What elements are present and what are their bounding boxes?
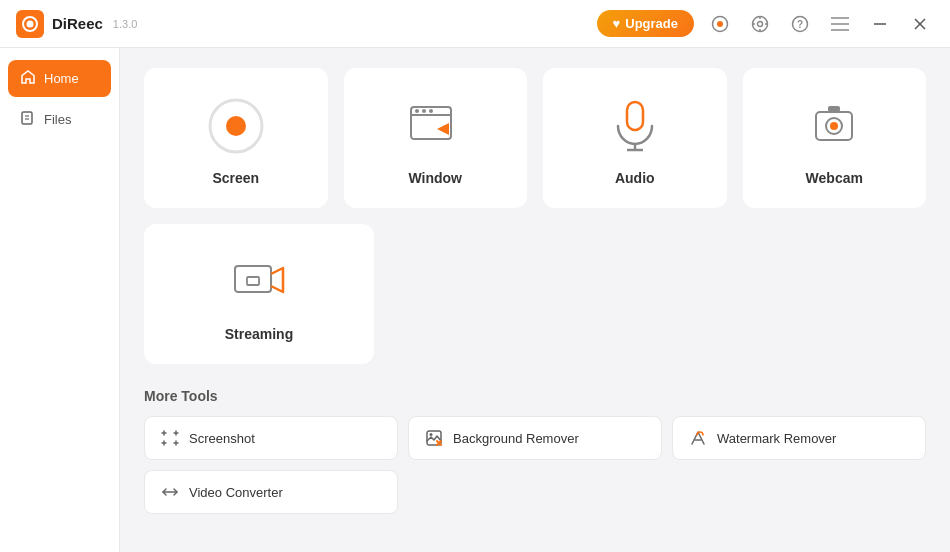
- audio-icon: [605, 96, 665, 156]
- svg-rect-34: [828, 106, 840, 112]
- sidebar-home-label: Home: [44, 71, 79, 86]
- minimize-button[interactable]: [866, 10, 894, 38]
- sidebar-item-files[interactable]: Files: [8, 101, 111, 138]
- webcam-card[interactable]: Webcam: [743, 68, 927, 208]
- title-bar: DiReec 1.3.0 ♥ Upgrade: [0, 0, 950, 48]
- sidebar: Home Files: [0, 48, 120, 552]
- svg-text:?: ?: [797, 19, 803, 30]
- more-tools-heading: More Tools: [144, 388, 926, 404]
- sidebar-files-label: Files: [44, 112, 71, 127]
- streaming-label: Streaming: [225, 326, 293, 342]
- background-remover-tool[interactable]: Background Remover: [408, 416, 662, 460]
- more-tools-section: More Tools Screenshot: [144, 388, 926, 514]
- svg-point-5: [758, 21, 763, 26]
- app-version: 1.3.0: [113, 18, 137, 30]
- streaming-icon: [229, 252, 289, 312]
- video-converter-label: Video Converter: [189, 485, 283, 500]
- svg-rect-35: [235, 266, 271, 292]
- svg-point-46: [430, 433, 433, 436]
- streaming-section: Streaming: [144, 224, 926, 364]
- screen-card[interactable]: Screen: [144, 68, 328, 208]
- app-icon: [16, 10, 44, 38]
- svg-point-1: [27, 20, 34, 27]
- svg-rect-36: [247, 277, 259, 285]
- video-converter-icon: [161, 483, 179, 501]
- background-remover-label: Background Remover: [453, 431, 579, 446]
- settings-icon[interactable]: [746, 10, 774, 38]
- content-area: Screen Window: [120, 48, 950, 552]
- sidebar-item-home[interactable]: Home: [8, 60, 111, 97]
- main-layout: Home Files: [0, 48, 950, 552]
- audio-label: Audio: [615, 170, 655, 186]
- record-circle-icon[interactable]: [706, 10, 734, 38]
- help-icon[interactable]: ?: [786, 10, 814, 38]
- app-name: DiReec: [52, 15, 103, 32]
- window-icon: [405, 96, 465, 156]
- window-label: Window: [408, 170, 462, 186]
- svg-point-22: [226, 116, 246, 136]
- home-icon: [20, 69, 36, 88]
- close-button[interactable]: [906, 10, 934, 38]
- tools-grid: Screenshot Background Remover: [144, 416, 926, 460]
- menu-icon[interactable]: [826, 10, 854, 38]
- tools-grid-row2: Video Converter: [144, 470, 926, 514]
- video-converter-tool[interactable]: Video Converter: [144, 470, 398, 514]
- window-card[interactable]: Window: [344, 68, 528, 208]
- streaming-card[interactable]: Streaming: [144, 224, 374, 364]
- svg-point-3: [717, 21, 723, 27]
- screenshot-tool[interactable]: Screenshot: [144, 416, 398, 460]
- upgrade-label: Upgrade: [625, 16, 678, 31]
- screenshot-icon: [161, 429, 179, 447]
- svg-point-25: [415, 109, 419, 113]
- watermark-remover-label: Watermark Remover: [717, 431, 836, 446]
- upgrade-button[interactable]: ♥ Upgrade: [597, 10, 694, 37]
- watermark-remover-tool[interactable]: Watermark Remover: [672, 416, 926, 460]
- title-bar-actions: ♥ Upgrade ?: [597, 10, 934, 38]
- heart-icon: ♥: [613, 16, 621, 31]
- screen-label: Screen: [212, 170, 259, 186]
- audio-card[interactable]: Audio: [543, 68, 727, 208]
- app-branding: DiReec 1.3.0: [16, 10, 137, 38]
- screen-icon: [206, 96, 266, 156]
- svg-point-26: [422, 109, 426, 113]
- webcam-icon: [804, 96, 864, 156]
- background-remover-icon: [425, 429, 443, 447]
- svg-point-33: [830, 122, 838, 130]
- files-icon: [20, 110, 36, 129]
- screenshot-label: Screenshot: [189, 431, 255, 446]
- watermark-remover-icon: [689, 429, 707, 447]
- svg-rect-28: [627, 102, 643, 130]
- webcam-label: Webcam: [806, 170, 863, 186]
- svg-point-27: [429, 109, 433, 113]
- svg-rect-18: [22, 112, 32, 124]
- recording-cards-grid: Screen Window: [144, 68, 926, 208]
